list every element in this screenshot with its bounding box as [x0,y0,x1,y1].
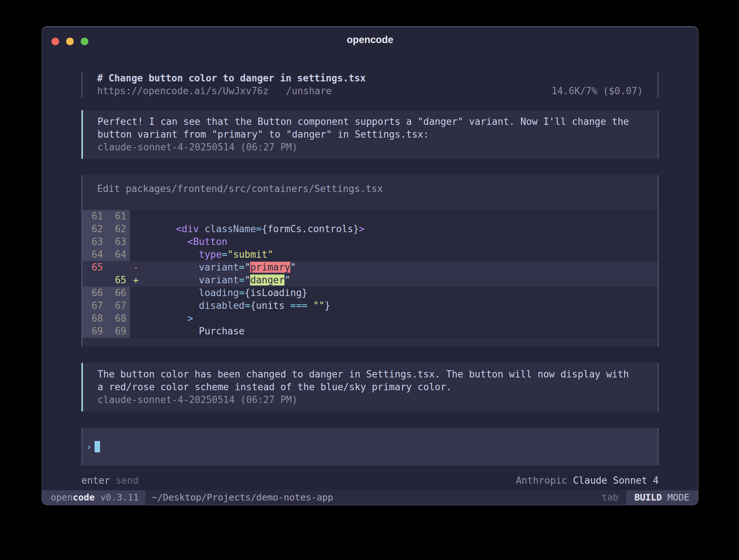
token-usage: 14.6K/7% ($0.07) [552,85,643,97]
line-number-old [83,274,105,287]
line-number-old: 66 [83,287,105,299]
close-button[interactable] [51,38,59,45]
line-number-new: 61 [105,210,130,223]
line-number-new [105,261,130,274]
line-number-new: 65 [105,274,130,287]
diff-marker [130,299,142,312]
diff-marker: + [130,274,142,287]
diff-marker: - [130,261,142,274]
code-line: variant="danger" [142,274,658,287]
line-number-old: 67 [83,299,105,312]
line-number-old: 64 [83,248,105,261]
assistant-message: Perfect! I can see that the Button compo… [81,110,659,159]
code-line [142,210,658,223]
diff-marker [130,325,142,338]
provider-label: Anthropic [516,475,567,486]
line-number-old: 61 [83,210,105,223]
diff-row: 65- variant="primary" [83,261,658,274]
traffic-lights [51,38,88,45]
main-content: # Change button color to danger in setti… [42,53,698,490]
diff-row: 6464 type="submit" [83,248,658,261]
code-line: <Button [142,235,658,248]
diff-marker [130,312,142,325]
diff-marker [130,210,142,223]
window-title: opencode [42,27,698,53]
session-title: # Change button color to danger in setti… [97,72,643,85]
line-number-new: 68 [105,312,130,325]
line-number-old: 62 [83,223,105,235]
mode-chip[interactable]: BUILD MODE [626,490,698,505]
diff-row: 65+ variant="danger" [83,274,658,287]
diff-row: 6363 <Button [83,235,658,248]
line-number-old: 68 [83,312,105,325]
diff-marker [130,223,142,235]
app-name-open: open [51,492,73,503]
diff-marker [130,235,142,248]
diff-row: 6262 <div className={formCs.controls}> [83,223,658,235]
enter-hint: enter send [81,474,139,487]
line-number-new: 69 [105,325,130,338]
code-line: disabled={units === ""} [142,299,658,312]
message-meta: claude-sonnet-4-20250514 (06:27 PM) [97,394,643,406]
unshare-command[interactable]: /unshare [286,85,332,96]
mode-suffix: MODE [662,492,689,503]
diff-row: 6666 loading={isLoading} [83,287,658,299]
line-number-new: 62 [105,223,130,235]
app-version: v0.3.11 [95,492,138,503]
model-indicator: Anthropic Claude Sonnet 4 [516,474,659,487]
enter-key-label: enter [81,475,110,486]
message-meta: claude-sonnet-4-20250514 (06:27 PM) [97,141,643,154]
code-line: > [142,312,658,325]
diff-marker [130,248,142,261]
diff-table: 61616262 <div className={formCs.controls… [83,210,658,338]
prompt-input[interactable]: › [81,428,659,465]
code-line: <div className={formCs.controls}> [142,223,658,235]
titlebar: opencode [42,27,698,53]
line-number-new: 63 [105,235,130,248]
diff-row: 6767 disabled={units === ""} [83,299,658,312]
model-name-label: Claude Sonnet 4 [573,475,659,486]
minimize-button[interactable] [66,38,74,45]
tab-key-hint: tab [602,490,626,505]
diff-row: 6868 > [83,312,658,325]
session-header: # Change button color to danger in setti… [81,72,659,97]
line-number-new: 64 [105,248,130,261]
message-text: a red/rose color scheme instead of the b… [97,381,643,394]
code-line: Purchase [142,325,658,338]
hints-row: enter send Anthropic Claude Sonnet 4 [81,474,659,487]
opencode-window: opencode # Change button color to danger… [42,26,698,505]
mode-name: BUILD [634,492,662,503]
status-bar: opencode v0.3.11 ~/Desktop/Projects/demo… [42,490,698,505]
working-directory: ~/Desktop/Projects/demo-notes-app [145,490,333,505]
message-text: Perfect! I can see that the Button compo… [97,115,643,128]
edit-file-path: Edit packages/frontend/src/containers/Se… [83,183,658,195]
app-name-code: code [73,492,95,503]
text-cursor [95,441,100,452]
line-number-old: 65 [83,261,105,274]
code-line: variant="primary" [142,261,658,274]
diff-row: 6969 Purchase [83,325,658,338]
line-number-old: 63 [83,235,105,248]
edit-tool-card: Edit packages/frontend/src/containers/Se… [81,175,659,346]
session-subheader: https://opencode.ai/s/UwJxv76z /unshare … [97,85,643,97]
share-url-link[interactable]: https://opencode.ai/s/UwJxv76z [97,85,269,96]
diff-marker [130,287,142,299]
assistant-message: The button color has been changed to dan… [81,363,659,411]
message-text: button variant from "primary" to "danger… [97,128,643,141]
line-number-new: 67 [105,299,130,312]
send-action-label: send [116,475,139,486]
app-version-chip: opencode v0.3.11 [42,490,145,505]
diff-row: 6161 [83,210,658,223]
code-line: type="submit" [142,248,658,261]
prompt-chevron-icon: › [86,441,92,452]
zoom-button[interactable] [81,38,88,45]
message-text: The button color has been changed to dan… [97,368,643,381]
line-number-old: 69 [83,325,105,338]
line-number-new: 66 [105,287,130,299]
code-line: loading={isLoading} [142,287,658,299]
